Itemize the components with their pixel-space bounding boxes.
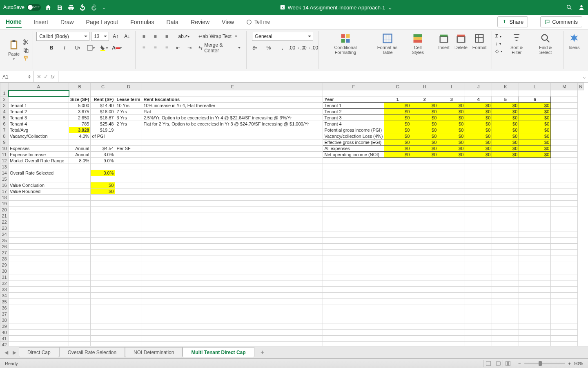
cell[interactable]	[323, 207, 384, 213]
cell[interactable]	[465, 274, 492, 280]
cell[interactable]	[115, 139, 142, 146]
cell[interactable]	[438, 317, 465, 323]
increase-indent-icon[interactable]: ⇥	[185, 43, 194, 52]
row-header[interactable]: 7	[0, 127, 9, 133]
cell[interactable]: 7 Yrs	[115, 109, 142, 115]
cell[interactable]	[69, 311, 91, 317]
cell[interactable]: Flat	[142, 109, 323, 115]
cell[interactable]	[69, 317, 91, 323]
tab-formulas[interactable]: Formulas	[130, 16, 154, 28]
row-header[interactable]: 4	[0, 109, 9, 115]
col-header[interactable]: B	[69, 83, 91, 90]
cell[interactable]	[492, 330, 519, 336]
cell[interactable]: 5,000	[69, 103, 91, 109]
row-header[interactable]: 36	[0, 305, 9, 311]
cell[interactable]	[492, 90, 519, 96]
cell[interactable]	[323, 280, 384, 287]
cell[interactable]	[142, 244, 323, 250]
cell[interactable]	[115, 213, 142, 219]
cell[interactable]	[519, 317, 551, 323]
cell[interactable]	[519, 225, 551, 231]
cell[interactable]: Annual	[69, 146, 91, 152]
cell[interactable]	[142, 305, 323, 311]
cell[interactable]	[519, 330, 551, 336]
cell[interactable]	[411, 287, 438, 293]
cell[interactable]	[142, 158, 323, 164]
cell[interactable]	[142, 225, 323, 231]
cell[interactable]	[323, 231, 384, 238]
cell[interactable]	[142, 231, 323, 238]
cell[interactable]	[115, 195, 142, 201]
cell[interactable]	[551, 256, 578, 262]
cell[interactable]	[465, 244, 492, 250]
cell[interactable]	[551, 96, 578, 103]
cell[interactable]	[519, 182, 551, 188]
cell[interactable]	[323, 287, 384, 293]
cell[interactable]	[551, 158, 578, 164]
cell[interactable]	[551, 127, 578, 133]
row-header[interactable]: 19	[0, 201, 9, 207]
format-as-table-button[interactable]: Format as Table	[370, 32, 404, 56]
cell[interactable]: $0	[492, 127, 519, 133]
cell[interactable]	[323, 262, 384, 268]
cell[interactable]	[551, 342, 578, 346]
cell[interactable]	[465, 262, 492, 268]
cell[interactable]	[384, 225, 411, 231]
cell[interactable]	[69, 182, 91, 188]
cell[interactable]	[411, 164, 438, 170]
cell[interactable]	[438, 244, 465, 250]
cell[interactable]	[91, 293, 115, 299]
cell[interactable]	[323, 219, 384, 225]
zoom-slider[interactable]	[524, 363, 565, 364]
cell[interactable]	[91, 219, 115, 225]
cell[interactable]	[384, 274, 411, 280]
cell[interactable]	[551, 109, 578, 115]
cell[interactable]	[384, 305, 411, 311]
cell[interactable]: Tenant 1	[9, 103, 69, 109]
cell[interactable]	[69, 250, 91, 256]
cell[interactable]	[438, 323, 465, 330]
cell[interactable]: $0	[384, 115, 411, 121]
cell[interactable]	[551, 170, 578, 176]
cell[interactable]	[411, 268, 438, 274]
cell[interactable]	[411, 231, 438, 238]
cell[interactable]: $0	[411, 103, 438, 109]
cell[interactable]: Value Conclusion	[9, 182, 69, 188]
cell[interactable]	[9, 231, 69, 238]
cell[interactable]	[465, 336, 492, 342]
cell[interactable]	[142, 213, 323, 219]
sheet-tab[interactable]: Overall Rate Selection	[59, 347, 125, 357]
cell[interactable]	[384, 158, 411, 164]
cell[interactable]	[465, 164, 492, 170]
cell[interactable]	[411, 250, 438, 256]
formula-input[interactable]	[58, 71, 580, 82]
align-center-icon[interactable]: ≡	[150, 43, 160, 52]
cell[interactable]: 10 Yrs	[115, 103, 142, 109]
add-sheet-button[interactable]: +	[258, 348, 267, 357]
cell[interactable]	[411, 323, 438, 330]
cell[interactable]	[519, 219, 551, 225]
align-top-icon[interactable]: ≡	[139, 32, 149, 41]
row-header[interactable]: 16	[0, 182, 9, 188]
cell[interactable]	[9, 207, 69, 213]
cell[interactable]: $0	[438, 103, 465, 109]
cell[interactable]	[384, 311, 411, 317]
row-header[interactable]: 28	[0, 256, 9, 262]
cell[interactable]	[384, 188, 411, 195]
row-header[interactable]: 39	[0, 323, 9, 330]
cell[interactable]	[519, 336, 551, 342]
cell[interactable]	[142, 182, 323, 188]
cell[interactable]	[551, 311, 578, 317]
cell[interactable]: 4.0%	[69, 133, 91, 139]
cell[interactable]	[438, 219, 465, 225]
cell[interactable]	[411, 305, 438, 311]
cell[interactable]: $0	[519, 121, 551, 127]
cell[interactable]	[519, 250, 551, 256]
zoom-out-button[interactable]: −	[518, 361, 521, 366]
bold-icon[interactable]: B	[47, 43, 56, 52]
cell[interactable]	[9, 201, 69, 207]
cell[interactable]	[465, 238, 492, 244]
cell[interactable]: of PGI	[91, 133, 115, 139]
cell[interactable]: $0	[492, 133, 519, 139]
row-header[interactable]: 38	[0, 317, 9, 323]
